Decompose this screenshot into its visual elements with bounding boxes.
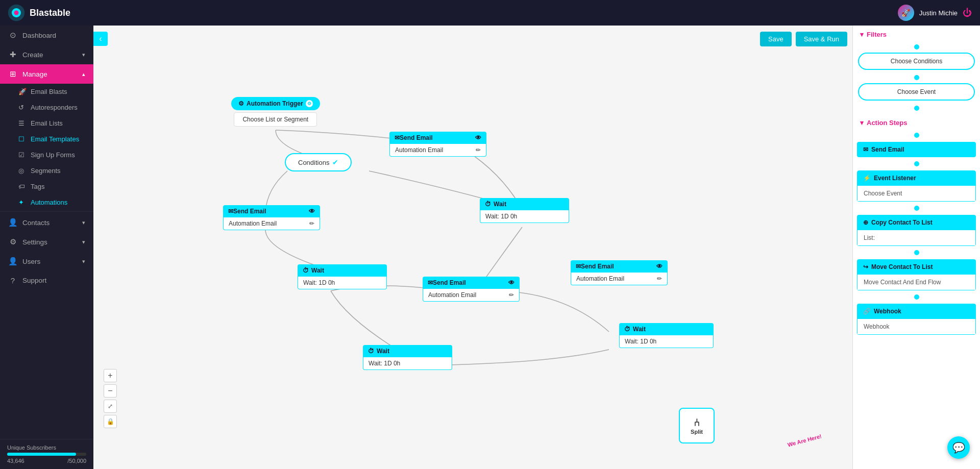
- subscribers-label: Unique Subscribers: [7, 445, 86, 451]
- send-email-label-3: Send Email: [433, 279, 466, 286]
- wait-header-2: ⏱ Wait: [298, 264, 387, 277]
- sidebar-item-autoresponders[interactable]: ↺ Autoresponders: [0, 100, 93, 115]
- save-button[interactable]: Save: [760, 32, 792, 46]
- action-webhook[interactable]: 🔗 Webhook Webhook: [857, 304, 976, 335]
- action-send-email[interactable]: ✉ Send Email: [857, 142, 976, 157]
- sidebar-item-users[interactable]: 👤 Users ▾: [0, 252, 93, 271]
- sidebar-item-contacts[interactable]: 👤 Contacts ▾: [0, 213, 93, 232]
- chevron-down-icon: ▾: [860, 31, 864, 38]
- sidebar-item-sign-up-forms[interactable]: ☑ Sign Up Forms: [0, 147, 93, 163]
- chevron-up-icon: ▴: [82, 71, 85, 78]
- sidebar-item-label: Users: [22, 258, 40, 265]
- split-node[interactable]: ⑃ Split: [679, 408, 715, 443]
- sidebar-item-email-lists[interactable]: ☰ Email Lists: [0, 115, 93, 131]
- sidebar-item-label: Settings: [22, 238, 47, 246]
- gear-icon: ⚙: [8, 237, 17, 246]
- action-move-contact[interactable]: ↪ Move Contact To List Move Contact And …: [857, 259, 976, 290]
- filters-header[interactable]: ▾ Filters: [853, 26, 980, 43]
- choose-event-button[interactable]: Choose Event: [858, 83, 975, 101]
- chevron-down-icon: ▾: [82, 258, 85, 265]
- canvas-area[interactable]: ‹ Save Save & Run: [93, 26, 852, 469]
- filter-dot-1: [914, 44, 919, 50]
- wait-header-4: ⏱ Wait: [619, 323, 714, 335]
- wait-header-3: ⏱ Wait: [363, 345, 452, 357]
- wait-label-2: Wait: [311, 267, 324, 274]
- lock-button[interactable]: 🔒: [104, 415, 117, 428]
- power-icon[interactable]: ⏻: [963, 8, 972, 18]
- send-email-body-4: Automation Email ✏: [571, 273, 668, 285]
- fit-button[interactable]: ⤢: [104, 400, 117, 413]
- action-dot-top: [914, 133, 919, 138]
- wait-node-2[interactable]: ⏱ Wait Wait: 1D 0h: [298, 264, 387, 289]
- send-email-sublabel-1: Automation Email: [395, 146, 443, 154]
- action-event-listener[interactable]: ⚡ Event Listener Choose Event: [857, 170, 976, 202]
- action-event-listener-body: Choose Event: [857, 186, 976, 202]
- email-icon-1: ✉: [395, 134, 400, 141]
- zoom-controls: + − ⤢ 🔒: [104, 369, 117, 428]
- wait-body-1: Wait: 1D 0h: [480, 210, 569, 223]
- conditions-label: Conditions: [298, 159, 329, 166]
- wait-body-4: Wait: 1D 0h: [619, 335, 714, 348]
- sidebar-item-create[interactable]: ✚ Create ▾: [0, 45, 93, 64]
- action-steps-label: Action Steps: [867, 119, 907, 127]
- sidebar-item-settings[interactable]: ⚙ Settings ▾: [0, 232, 93, 252]
- action-copy-contact-body: List:: [857, 230, 976, 246]
- save-run-button[interactable]: Save & Run: [796, 32, 847, 46]
- trigger-badge: ⚙: [306, 100, 313, 107]
- action-dot-4: [914, 294, 919, 300]
- choose-conditions-button[interactable]: Choose Conditions: [858, 53, 975, 70]
- subscribers-current: 43,646: [7, 458, 24, 464]
- wait-node-3[interactable]: ⏱ Wait Wait: 1D 0h: [363, 345, 452, 370]
- sidebar-item-segments[interactable]: ◎ Segments: [0, 163, 93, 179]
- save-buttons: Save Save & Run: [760, 32, 847, 46]
- wait-node-1[interactable]: ⏱ Wait Wait: 1D 0h: [480, 198, 569, 223]
- action-event-listener-label: Event Listener: [874, 175, 916, 182]
- action-copy-contact-label: Copy Contact To List: [871, 219, 933, 226]
- clock-icon-3: ⏱: [368, 348, 374, 355]
- topbar: 🚀 Justin Michie ⏻: [93, 0, 980, 26]
- sidebar-item-dashboard[interactable]: ⊙ Dashboard: [0, 26, 93, 45]
- logo-icon: [7, 4, 26, 22]
- create-icon: ✚: [8, 50, 17, 59]
- action-copy-contact[interactable]: ⊕ Copy Contact To List List:: [857, 215, 976, 246]
- action-event-listener-header: ⚡ Event Listener: [857, 170, 976, 186]
- zoom-out-button[interactable]: −: [104, 384, 117, 398]
- back-button[interactable]: ‹: [93, 32, 108, 46]
- action-steps-header[interactable]: ▾ Action Steps: [853, 114, 980, 132]
- svg-point-2: [14, 11, 19, 15]
- sidebar-item-email-templates[interactable]: ☐ Email Templates: [0, 131, 93, 147]
- template-icon: ☐: [18, 135, 27, 143]
- action-dot-3: [914, 250, 919, 255]
- sidebar-item-tags[interactable]: 🏷 Tags: [0, 179, 93, 194]
- sidebar-item-automations[interactable]: ✦ Automations: [0, 194, 93, 210]
- split-icon: ⑃: [694, 417, 700, 429]
- send-email-node-2[interactable]: ✉ Send Email 👁 Automation Email ✏: [223, 205, 320, 230]
- form-icon: ☑: [18, 151, 27, 159]
- clock-icon-2: ⏱: [303, 267, 309, 274]
- sidebar-item-email-blasts[interactable]: 🚀 Email Blasts: [0, 84, 93, 100]
- sidebar-item-label: Automations: [31, 199, 67, 206]
- action-send-email-header: ✉ Send Email: [857, 142, 976, 157]
- automation-icon: ✦: [18, 199, 27, 206]
- trigger-node[interactable]: ⚙ Automation Trigger ⚙ Choose List or Se…: [231, 97, 320, 127]
- subscribers-bar-fill: [7, 453, 76, 456]
- sidebar-item-support[interactable]: ? Support: [0, 271, 93, 290]
- send-email-node-1[interactable]: ✉ Send Email 👁 Automation Email ✏: [389, 132, 486, 157]
- edit-icon-4[interactable]: ✏: [657, 275, 662, 282]
- send-email-node-4[interactable]: ✉ Send Email 👁 Automation Email ✏: [571, 260, 668, 285]
- zoom-in-button[interactable]: +: [104, 369, 117, 382]
- edit-icon-3[interactable]: ✏: [509, 291, 514, 299]
- main-content: ‹ Save Save & Run: [93, 26, 980, 469]
- edit-icon-2[interactable]: ✏: [309, 220, 314, 227]
- chat-bubble[interactable]: 💬: [947, 436, 970, 459]
- wait-node-4[interactable]: ⏱ Wait Wait: 1D 0h: [619, 323, 714, 348]
- action-webhook-label: Webhook: [874, 308, 901, 315]
- sidebar-item-label: Dashboard: [22, 32, 56, 39]
- sidebar: Blastable ⊙ Dashboard ✚ Create ▾ ⊞ Manag…: [0, 0, 93, 469]
- send-email-node-3[interactable]: ✉ Send Email 👁 Automation Email ✏: [423, 277, 520, 302]
- sidebar-item-manage[interactable]: ⊞ Manage ▴: [0, 64, 93, 84]
- sidebar-item-label: Email Blasts: [31, 88, 67, 95]
- conditions-node[interactable]: Conditions ✔: [285, 153, 352, 171]
- action-move-contact-label: Move Contact To List: [871, 263, 933, 270]
- edit-icon-1[interactable]: ✏: [476, 146, 481, 154]
